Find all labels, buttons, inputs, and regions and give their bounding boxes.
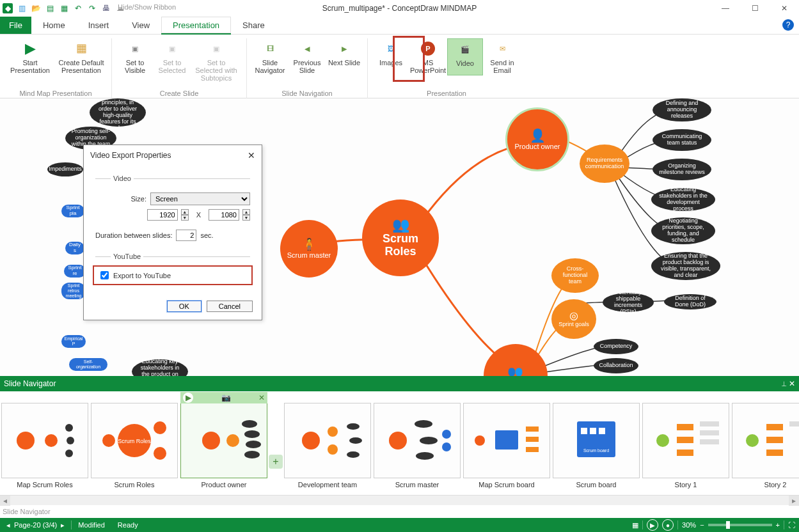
duration-input[interactable] [176,230,196,241]
slide-thumbnail-row[interactable]: Map Scrum Roles Scrum Roles Scrum Roles … [0,391,799,495]
node-def-announce[interactable]: Defining and announcing releases [653,98,711,121]
thumb-delete-icon[interactable]: ✕ [258,393,265,402]
thumb-scrollbar[interactable]: ◂ ▸ [0,495,799,505]
status-play-icon[interactable]: ▶ [647,519,658,531]
node-edu-stake[interactable]: Educating stakeholders in the developmen… [651,188,715,211]
svg-point-16 [302,432,320,450]
tab-view[interactable]: View [120,17,161,34]
slide-navigator-title: Slide Navigator [4,379,56,388]
tab-share[interactable]: Share [231,17,276,34]
width-spinner[interactable]: ▲▼ [181,209,189,221]
help-icon[interactable]: ? [782,19,794,31]
node-org-milestone[interactable]: Organizing milestone reviews [653,159,711,180]
node-sprint-re[interactable]: Sprint re [64,265,86,278]
status-grid-icon[interactable]: ▦ [632,521,638,529]
node-sprint-pla[interactable]: Sprint pla [61,205,84,217]
node-sprint-retro[interactable]: Sprint retros meeting [61,283,86,299]
page-prev-icon[interactable]: ◂ [6,521,10,529]
start-presentation-button[interactable]: ▶ Start Presentation [5,38,55,75]
thumb-4[interactable]: Scrum master [374,391,461,495]
node-selforg[interactable]: Self-organization [69,358,107,371]
zoom-out-icon[interactable]: − [700,521,704,529]
maximize-button[interactable]: ☐ [740,0,770,17]
node-competency[interactable]: Competency [594,339,638,354]
set-to-visible-button[interactable]: ▣ Set to Visible [117,38,153,83]
group-label-mindmap: Mind Map Presentation [19,90,91,98]
panel-close-icon[interactable]: ✕ [789,379,795,388]
play-icon: ▶ [21,40,39,58]
zoom-fit-icon[interactable]: ⛶ [788,521,795,529]
node-psi[interactable]: Potentially shippable increments (PSIs) [603,293,654,312]
previous-slide-button[interactable]: ◀ Previous Slide [289,38,325,75]
svg-rect-39 [677,424,693,430]
cancel-button[interactable]: Cancel [207,301,253,312]
tab-home[interactable]: Home [31,17,77,34]
node-comm-status[interactable]: Communicating team status [653,129,711,151]
minimize-button[interactable]: — [711,0,740,17]
tab-insert[interactable]: Insert [77,17,121,34]
zoom-in-icon[interactable]: + [776,521,780,529]
svg-point-14 [246,441,261,448]
zoom-slider[interactable] [708,524,772,526]
dialog-close-button[interactable]: ✕ [248,150,255,160]
film-icon: 🎞 [261,40,279,58]
thumb-2[interactable]: ▶ 📷 ✕ Product owner [180,391,267,495]
ok-button[interactable]: OK [167,301,202,312]
insert-slide-button[interactable]: + [269,391,283,495]
thumb-6[interactable]: Scrum board Scrum board [553,391,640,495]
svg-rect-30 [526,426,539,432]
height-input[interactable] [209,209,239,221]
thumb-5[interactable]: Map Scrum board [463,391,550,495]
x-separator: X [196,211,201,219]
node-neg-prio[interactable]: Negotiating priorities, scope, funding, … [651,217,715,244]
svg-point-0 [17,432,35,450]
thumb-play-icon[interactable]: ▶ [183,393,193,403]
video-legend: Video [111,175,134,182]
slide-navigator-button[interactable]: 🎞 Slide Navigator [252,38,288,75]
thumb-3[interactable]: Development team [284,391,371,495]
node-sprint-goals[interactable]: ◎Sprint goals [551,299,596,339]
size-select[interactable]: Screen [150,192,250,205]
thumb-1[interactable]: Scrum Roles Scrum Roles [91,391,178,495]
node-center[interactable]: 👥 Scrum Roles [362,199,439,276]
node-cross-team[interactable]: Cross-functional team [551,258,599,293]
next-slide-button[interactable]: ▶ Next Slide [326,38,362,75]
height-spinner[interactable]: ▲▼ [242,209,250,221]
tab-presentation[interactable]: Presentation [161,17,231,35]
node-collab[interactable]: Collaboration [594,358,638,373]
svg-point-19 [347,423,360,430]
node-edu-key[interactable]: Educating key stakeholders in the produc… [132,359,188,376]
page-next-icon[interactable]: ▸ [61,521,65,529]
ms-powerpoint-button[interactable]: P MS PowerPoint [410,38,446,75]
scroll-left-icon[interactable]: ◂ [0,496,10,506]
status-page-nav[interactable]: ◂ Page-20 (3/4) ▸ [0,518,71,532]
width-input[interactable] [147,209,178,221]
send-email-button[interactable]: ✉ Send in Email [484,38,520,75]
svg-point-23 [415,420,432,428]
scroll-right-icon[interactable]: ▸ [789,496,799,506]
status-record-icon[interactable]: ● [662,519,674,531]
node-dod[interactable]: Definition of Done (DoD) [664,294,716,309]
thumb-camera-icon[interactable]: 📷 [221,393,231,402]
node-req-comm[interactable]: Requirements communication [580,145,629,183]
close-button[interactable]: ✕ [770,0,799,17]
export-youtube-checkbox[interactable] [100,271,109,279]
create-default-presentation-button[interactable]: ▦ Create Default Presentation [56,38,106,75]
video-button[interactable]: 🎬 Video [447,38,483,75]
svg-point-29 [475,435,485,446]
thumb-8[interactable]: Story 2 [732,391,799,495]
images-button[interactable]: 🖼 Images [373,38,409,75]
node-principles[interactable]: the scrum principles, in order to delive… [90,98,146,127]
pin-icon[interactable]: ⟂ [782,379,786,388]
thumb-0[interactable]: Map Scrum Roles [1,391,88,495]
thumb-7[interactable]: Story 1 [642,391,729,495]
node-impediments[interactable]: Impediments [47,162,83,176]
svg-point-24 [420,437,438,444]
file-menu[interactable]: File [0,17,31,34]
svg-point-38 [656,434,669,447]
node-scrum-master[interactable]: 🧍Scrum master [280,220,338,278]
node-ensure-backlog[interactable]: Ensuring that the product backlog is vis… [651,252,720,280]
node-daily[interactable]: Daily s [65,242,84,254]
node-product-owner[interactable]: 👤Product owner [505,107,569,171]
node-empirical[interactable]: Empirical P [61,335,86,348]
